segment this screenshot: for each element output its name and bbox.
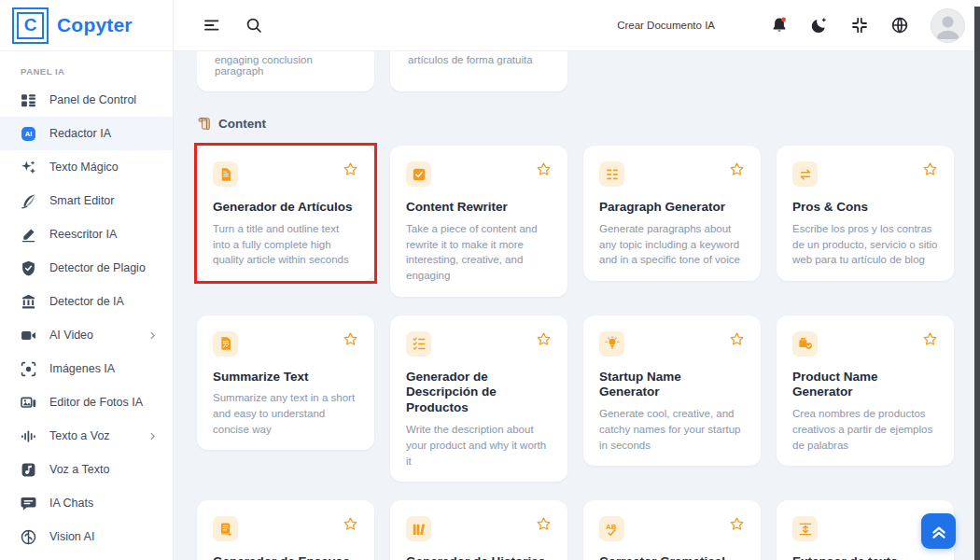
card-wrapper: Pros & ConsEscribe los pros y los contra… bbox=[774, 143, 957, 284]
sidebar-item-detector-de-ia[interactable]: Detector de IA bbox=[0, 285, 173, 318]
shield-check-icon bbox=[21, 260, 36, 276]
star-icon[interactable] bbox=[922, 331, 938, 347]
star-icon[interactable] bbox=[536, 161, 552, 177]
tool-card-product-name-generator[interactable]: Product Name GeneratorCrea nombres de pr… bbox=[777, 315, 954, 467]
partial-card-text: artículos de forma gratuita bbox=[408, 54, 533, 65]
sidebar-item-label: Texto Mágico bbox=[49, 161, 119, 174]
card-wrapper: Product Name GeneratorCrea nombres de pr… bbox=[774, 313, 957, 469]
card-title: Paragraph Generator bbox=[599, 200, 745, 216]
pencil-icon bbox=[21, 227, 36, 243]
tool-card-paragraph-generator[interactable]: Paragraph GeneratorGenerate paragraphs a… bbox=[583, 146, 761, 281]
sidebar-item-im-genes-ia[interactable]: Imágenes IA bbox=[0, 352, 173, 385]
scroll-to-top-button[interactable] bbox=[921, 513, 956, 549]
partial-card[interactable]: engaging conclusion paragraph bbox=[197, 51, 374, 91]
tool-card-corrector-gramatical[interactable]: ABCorrector GramaticalAsegúrese de que n… bbox=[583, 500, 761, 560]
bell-icon[interactable] bbox=[770, 16, 789, 35]
search-icon[interactable] bbox=[245, 16, 263, 35]
bulb-icon bbox=[599, 331, 624, 357]
sidebar-item-editor-de-fotos-ia[interactable]: Editor de Fotos IA bbox=[0, 385, 173, 419]
svg-text:AI: AI bbox=[25, 130, 32, 138]
tool-card-pros-cons[interactable]: Pros & ConsEscribe los pros y los contra… bbox=[777, 146, 954, 281]
card-top-row bbox=[792, 331, 938, 357]
chevron-right-icon bbox=[147, 330, 158, 341]
sidebar-item-ai-video[interactable]: AI Video bbox=[0, 318, 173, 352]
header-right: Crear Documento IA bbox=[617, 8, 965, 43]
partial-card[interactable]: artículos de forma gratuita bbox=[390, 51, 567, 91]
card-top-row bbox=[406, 161, 552, 187]
tool-card-generador-de-art-culos[interactable]: Generador de ArtículosTurn a title and o… bbox=[197, 146, 374, 281]
star-icon[interactable] bbox=[343, 331, 358, 347]
globe-icon[interactable] bbox=[890, 16, 909, 35]
card-top-row bbox=[599, 161, 745, 187]
summarize-icon bbox=[213, 331, 238, 357]
moon-icon[interactable] bbox=[810, 16, 829, 35]
fullscreen-icon[interactable] bbox=[850, 16, 869, 35]
avatar[interactable] bbox=[931, 8, 965, 43]
sidebar-item-reescritor-ia[interactable]: Reescritor IA bbox=[0, 217, 173, 251]
sidebar-item-vision-ai[interactable]: Vision AI bbox=[0, 520, 173, 553]
sidebar-section-label: PANEL IA bbox=[21, 66, 173, 77]
tool-card-summarize-text[interactable]: Summarize TextSummarize any text in a sh… bbox=[197, 315, 374, 451]
sidebar-item-smart-editor[interactable]: Smart Editor bbox=[0, 184, 173, 217]
voice-file-icon bbox=[21, 462, 36, 478]
star-icon[interactable] bbox=[536, 331, 552, 347]
sidebar-item-texto-a-voz[interactable]: Texto a Voz bbox=[0, 419, 173, 453]
card-title: Summarize Text bbox=[213, 370, 358, 385]
card-title: Corrector Gramatical bbox=[599, 554, 745, 560]
star-icon[interactable] bbox=[536, 516, 552, 532]
card-description: Generate cool, creative, and catchy name… bbox=[599, 406, 745, 453]
sidebar-item-panel-de-control[interactable]: Panel de Control bbox=[0, 83, 173, 117]
tool-card-startup-name-generator[interactable]: Startup Name GeneratorGenerate cool, cre… bbox=[583, 315, 761, 467]
brand-logo-letter: C bbox=[17, 12, 44, 39]
card-description: Generate paragraphs about any topic incl… bbox=[599, 221, 745, 268]
card-top-row bbox=[406, 331, 552, 357]
top-header: Crear Documento IA bbox=[174, 0, 980, 51]
star-icon[interactable] bbox=[729, 161, 745, 177]
card-title: Pros & Cons bbox=[792, 200, 938, 216]
partial-cards-row: engaging conclusion paragraphartículos d… bbox=[197, 51, 980, 91]
card-wrapper: Summarize TextSummarize any text in a sh… bbox=[194, 313, 377, 454]
card-title: Generador de Ensayos bbox=[213, 554, 358, 560]
tool-card-generador-de-ensayos[interactable]: Generador de EnsayosCrea ensayos académi… bbox=[197, 500, 374, 560]
sidebar-nav: Panel de ControlAIRedactor IATexto Mágic… bbox=[0, 83, 173, 553]
sidebar-item-label: Panel de Control bbox=[49, 93, 136, 106]
sidebar-item-voz-a-texto[interactable]: Voz a Texto bbox=[0, 453, 173, 486]
sidebar-item-label: Redactor IA bbox=[49, 127, 111, 140]
create-document-button[interactable]: Crear Documento IA bbox=[617, 20, 715, 31]
section-label: Content bbox=[218, 117, 266, 131]
card-description: Summarize any text in a short and easy t… bbox=[213, 390, 358, 437]
star-icon[interactable] bbox=[729, 516, 745, 532]
sidebar-item-texto-m-gico[interactable]: Texto Mágico bbox=[0, 150, 173, 184]
star-icon[interactable] bbox=[922, 161, 938, 177]
sidebar: C Copyter PANEL IA Panel de ControlAIRed… bbox=[0, 0, 174, 560]
card-title: Generador de Historias bbox=[406, 554, 552, 560]
card-top-row bbox=[406, 516, 552, 541]
essay-icon bbox=[213, 516, 238, 541]
quill-icon bbox=[21, 193, 36, 209]
chevron-up-icon[interactable] bbox=[736, 20, 749, 32]
card-wrapper: Generador de HistoriasPermita que la IA … bbox=[387, 497, 570, 560]
window-scrollbar[interactable] bbox=[974, 7, 980, 560]
paragraph-icon bbox=[599, 161, 624, 187]
tool-card-generador-de-descripci-n-de-productos[interactable]: Generador de Descripción de ProductosWri… bbox=[390, 315, 567, 483]
double-chevron-up-icon bbox=[929, 521, 949, 541]
card-description: Take a piece of content and rewrite it t… bbox=[406, 221, 552, 284]
brand-logo[interactable]: C Copyter bbox=[0, 0, 173, 51]
tool-card-generador-de-historias[interactable]: Generador de HistoriasPermita que la IA … bbox=[390, 500, 567, 560]
sidebar-item-redactor-ia[interactable]: AIRedactor IA bbox=[0, 117, 173, 150]
menu-lines-icon[interactable] bbox=[203, 16, 221, 35]
star-icon[interactable] bbox=[729, 331, 745, 347]
brand-logo-box: C bbox=[12, 7, 49, 44]
tool-card-content-rewriter[interactable]: Content RewriterTake a piece of content … bbox=[390, 146, 567, 297]
header-right-icons bbox=[770, 16, 909, 35]
sidebar-item-detector-de-plagio[interactable]: Detector de Plagio bbox=[0, 251, 173, 285]
card-description: Crea nombres de productos creativos a pa… bbox=[792, 406, 938, 453]
card-top-row bbox=[792, 161, 938, 187]
sidebar-item-ia-chats[interactable]: IA Chats bbox=[0, 486, 173, 520]
chat-icon bbox=[21, 496, 36, 511]
star-icon[interactable] bbox=[343, 161, 358, 177]
star-icon[interactable] bbox=[343, 516, 358, 532]
expand-icon bbox=[792, 516, 818, 541]
highlight-annotation-box: Generador de ArtículosTurn a title and o… bbox=[194, 143, 377, 284]
card-wrapper: ABCorrector GramaticalAsegúrese de que n… bbox=[581, 497, 763, 560]
